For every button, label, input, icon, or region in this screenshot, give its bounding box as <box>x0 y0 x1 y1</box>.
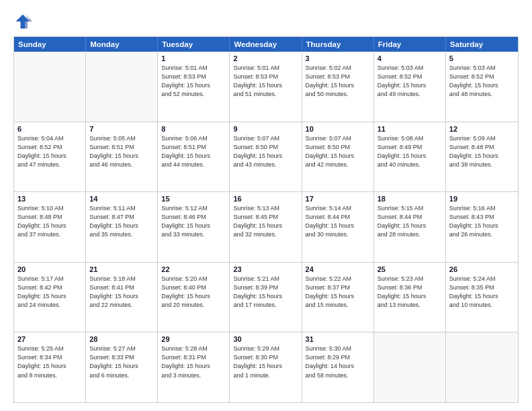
page: SundayMondayTuesdayWednesdayThursdayFrid… <box>0 0 532 411</box>
weekday-header-sunday: Sunday <box>14 37 86 52</box>
calendar-cell-8: 8Sunrise: 5:06 AM Sunset: 8:51 PM Daylig… <box>158 122 230 192</box>
calendar-cell-empty-0-1 <box>86 52 158 122</box>
sun-info: Sunrise: 5:03 AM Sunset: 8:52 PM Dayligh… <box>378 64 442 99</box>
day-number: 16 <box>233 195 298 203</box>
sun-info: Sunrise: 5:18 AM Sunset: 8:41 PM Dayligh… <box>89 275 154 310</box>
day-number: 14 <box>89 195 154 203</box>
day-number: 9 <box>233 125 298 133</box>
sun-info: Sunrise: 5:22 AM Sunset: 8:37 PM Dayligh… <box>306 275 370 310</box>
sun-info: Sunrise: 5:25 AM Sunset: 8:34 PM Dayligh… <box>17 345 82 379</box>
sun-info: Sunrise: 5:15 AM Sunset: 8:44 PM Dayligh… <box>378 204 442 239</box>
sun-info: Sunrise: 5:29 AM Sunset: 8:30 PM Dayligh… <box>233 345 298 379</box>
day-number: 18 <box>378 195 442 203</box>
calendar-cell-13: 13Sunrise: 5:10 AM Sunset: 8:48 PM Dayli… <box>14 192 86 262</box>
calendar-cell-21: 21Sunrise: 5:18 AM Sunset: 8:41 PM Dayli… <box>86 263 158 332</box>
calendar-cell-11: 11Sunrise: 5:08 AM Sunset: 8:49 PM Dayli… <box>374 122 446 192</box>
weekday-header-friday: Friday <box>374 37 446 52</box>
sun-info: Sunrise: 5:20 AM Sunset: 8:40 PM Dayligh… <box>161 275 226 310</box>
day-number: 20 <box>17 265 82 273</box>
calendar-cell-20: 20Sunrise: 5:17 AM Sunset: 8:42 PM Dayli… <box>14 263 86 332</box>
calendar-cell-19: 19Sunrise: 5:16 AM Sunset: 8:43 PM Dayli… <box>446 192 518 262</box>
weekday-header-saturday: Saturday <box>446 37 518 52</box>
sun-info: Sunrise: 5:16 AM Sunset: 8:43 PM Dayligh… <box>449 204 515 239</box>
calendar-cell-27: 27Sunrise: 5:25 AM Sunset: 8:34 PM Dayli… <box>14 332 86 402</box>
calendar-cell-empty-4-6 <box>446 332 518 402</box>
calendar-cell-12: 12Sunrise: 5:09 AM Sunset: 8:48 PM Dayli… <box>446 122 518 192</box>
sun-info: Sunrise: 5:07 AM Sunset: 8:50 PM Dayligh… <box>233 134 298 169</box>
weekday-header-monday: Monday <box>86 37 158 52</box>
sun-info: Sunrise: 5:27 AM Sunset: 8:33 PM Dayligh… <box>89 345 154 379</box>
day-number: 29 <box>161 335 226 343</box>
sun-info: Sunrise: 5:01 AM Sunset: 8:53 PM Dayligh… <box>233 64 298 99</box>
day-number: 1 <box>161 54 226 62</box>
day-number: 12 <box>449 125 515 133</box>
calendar-cell-10: 10Sunrise: 5:07 AM Sunset: 8:50 PM Dayli… <box>302 122 374 192</box>
day-number: 31 <box>306 335 370 343</box>
calendar-header: SundayMondayTuesdayWednesdayThursdayFrid… <box>14 37 518 52</box>
day-number: 4 <box>378 54 442 62</box>
day-number: 3 <box>306 54 370 62</box>
calendar-cell-empty-0-0 <box>14 52 86 122</box>
day-number: 7 <box>89 125 154 133</box>
calendar-cell-28: 28Sunrise: 5:27 AM Sunset: 8:33 PM Dayli… <box>86 332 158 402</box>
sun-info: Sunrise: 5:02 AM Sunset: 8:53 PM Dayligh… <box>306 64 370 99</box>
calendar-cell-5: 5Sunrise: 5:03 AM Sunset: 8:52 PM Daylig… <box>446 52 518 122</box>
day-number: 11 <box>378 125 442 133</box>
sun-info: Sunrise: 5:14 AM Sunset: 8:44 PM Dayligh… <box>306 204 370 239</box>
sun-info: Sunrise: 5:05 AM Sunset: 8:51 PM Dayligh… <box>89 134 154 169</box>
sun-info: Sunrise: 5:12 AM Sunset: 8:46 PM Dayligh… <box>161 204 226 239</box>
day-number: 10 <box>306 125 370 133</box>
weekday-header-thursday: Thursday <box>302 37 374 52</box>
sun-info: Sunrise: 5:09 AM Sunset: 8:48 PM Dayligh… <box>449 134 515 169</box>
day-number: 22 <box>161 265 226 273</box>
calendar-cell-16: 16Sunrise: 5:13 AM Sunset: 8:45 PM Dayli… <box>230 192 302 262</box>
sun-info: Sunrise: 5:17 AM Sunset: 8:42 PM Dayligh… <box>17 275 82 310</box>
day-number: 27 <box>17 335 82 343</box>
day-number: 6 <box>17 125 82 133</box>
sun-info: Sunrise: 5:06 AM Sunset: 8:51 PM Dayligh… <box>161 134 226 169</box>
sun-info: Sunrise: 5:13 AM Sunset: 8:45 PM Dayligh… <box>233 204 298 239</box>
sun-info: Sunrise: 5:07 AM Sunset: 8:50 PM Dayligh… <box>306 134 370 169</box>
header <box>13 12 519 31</box>
logo <box>13 12 35 31</box>
sun-info: Sunrise: 5:21 AM Sunset: 8:39 PM Dayligh… <box>233 275 298 310</box>
day-number: 13 <box>17 195 82 203</box>
sun-info: Sunrise: 5:28 AM Sunset: 8:31 PM Dayligh… <box>161 345 226 379</box>
calendar-cell-4: 4Sunrise: 5:03 AM Sunset: 8:52 PM Daylig… <box>374 52 446 122</box>
sun-info: Sunrise: 5:24 AM Sunset: 8:35 PM Dayligh… <box>449 275 515 310</box>
calendar-cell-3: 3Sunrise: 5:02 AM Sunset: 8:53 PM Daylig… <box>302 52 374 122</box>
calendar-cell-9: 9Sunrise: 5:07 AM Sunset: 8:50 PM Daylig… <box>230 122 302 192</box>
day-number: 2 <box>233 54 298 62</box>
day-number: 19 <box>449 195 515 203</box>
day-number: 23 <box>233 265 298 273</box>
svg-marker-0 <box>16 15 30 29</box>
sun-info: Sunrise: 5:03 AM Sunset: 8:52 PM Dayligh… <box>449 64 515 99</box>
calendar-cell-30: 30Sunrise: 5:29 AM Sunset: 8:30 PM Dayli… <box>230 332 302 402</box>
calendar-row-5: 27Sunrise: 5:25 AM Sunset: 8:34 PM Dayli… <box>14 332 518 402</box>
day-number: 17 <box>306 195 370 203</box>
sun-info: Sunrise: 5:23 AM Sunset: 8:36 PM Dayligh… <box>378 275 442 310</box>
calendar-cell-23: 23Sunrise: 5:21 AM Sunset: 8:39 PM Dayli… <box>230 263 302 332</box>
day-number: 25 <box>378 265 442 273</box>
day-number: 21 <box>89 265 154 273</box>
calendar-cell-24: 24Sunrise: 5:22 AM Sunset: 8:37 PM Dayli… <box>302 263 374 332</box>
day-number: 8 <box>161 125 226 133</box>
sun-info: Sunrise: 5:01 AM Sunset: 8:53 PM Dayligh… <box>161 64 226 99</box>
calendar-cell-31: 31Sunrise: 5:30 AM Sunset: 8:29 PM Dayli… <box>302 332 374 402</box>
calendar-cell-25: 25Sunrise: 5:23 AM Sunset: 8:36 PM Dayli… <box>374 263 446 332</box>
calendar-cell-6: 6Sunrise: 5:04 AM Sunset: 8:52 PM Daylig… <box>14 122 86 192</box>
calendar: SundayMondayTuesdayWednesdayThursdayFrid… <box>13 36 519 403</box>
calendar-row-2: 6Sunrise: 5:04 AM Sunset: 8:52 PM Daylig… <box>14 122 518 192</box>
calendar-row-4: 20Sunrise: 5:17 AM Sunset: 8:42 PM Dayli… <box>14 262 518 332</box>
calendar-cell-26: 26Sunrise: 5:24 AM Sunset: 8:35 PM Dayli… <box>446 263 518 332</box>
calendar-cell-7: 7Sunrise: 5:05 AM Sunset: 8:51 PM Daylig… <box>86 122 158 192</box>
weekday-header-tuesday: Tuesday <box>158 37 230 52</box>
day-number: 15 <box>161 195 226 203</box>
calendar-cell-29: 29Sunrise: 5:28 AM Sunset: 8:31 PM Dayli… <box>158 332 230 402</box>
sun-info: Sunrise: 5:11 AM Sunset: 8:47 PM Dayligh… <box>89 204 154 239</box>
calendar-cell-14: 14Sunrise: 5:11 AM Sunset: 8:47 PM Dayli… <box>86 192 158 262</box>
calendar-cell-2: 2Sunrise: 5:01 AM Sunset: 8:53 PM Daylig… <box>230 52 302 122</box>
calendar-cell-15: 15Sunrise: 5:12 AM Sunset: 8:46 PM Dayli… <box>158 192 230 262</box>
day-number: 28 <box>89 335 154 343</box>
day-number: 26 <box>449 265 515 273</box>
